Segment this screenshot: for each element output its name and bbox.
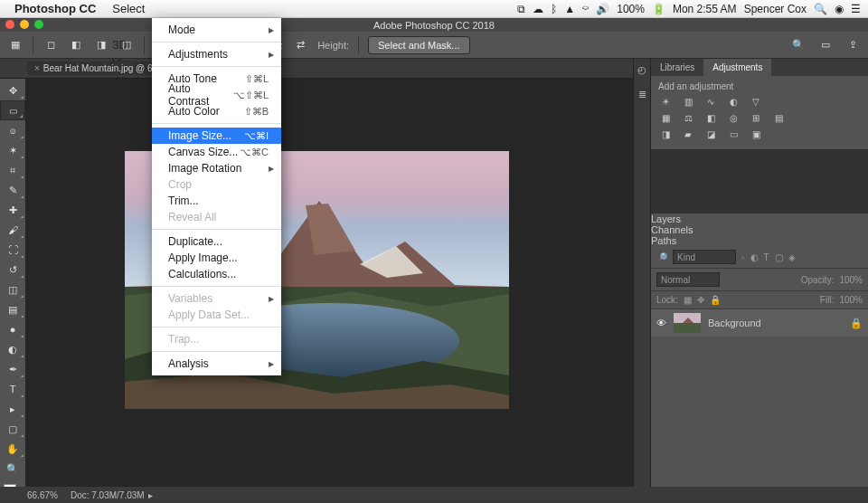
visibility-icon[interactable]: 👁 [656, 318, 666, 328]
levels-icon[interactable]: ▥ [681, 95, 695, 108]
gradient-tool[interactable]: ▤ [0, 299, 25, 319]
lock-icon[interactable]: 🔒 [850, 318, 863, 329]
clock[interactable]: Mon 2:55 AM [673, 3, 737, 15]
lock-pixels-icon[interactable]: ▦ [684, 295, 692, 305]
close-tab-icon[interactable]: × [34, 63, 40, 73]
crop-tool[interactable]: ⌗ [0, 160, 25, 180]
zoom-tool[interactable]: 🔍 [0, 459, 25, 479]
type-tool[interactable]: T [0, 379, 25, 399]
threshold-icon[interactable]: ◪ [703, 128, 718, 140]
kind-filter-icon[interactable]: 🔎 [656, 252, 667, 262]
menuitem-adjustments[interactable]: Adjustments [152, 46, 281, 62]
hue-icon[interactable]: ▦ [658, 111, 673, 124]
menuitem-mode[interactable]: Mode [152, 22, 281, 38]
menuitem-image-size[interactable]: Image Size...⌥⌘I [152, 128, 281, 144]
bluetooth-icon[interactable]: ᛒ [551, 3, 557, 15]
channels-tab[interactable]: Channels [651, 224, 868, 235]
photofilter-icon[interactable]: ◎ [726, 111, 741, 124]
minimize-window-button[interactable] [20, 20, 29, 29]
menuitem-auto-color[interactable]: Auto Color⇧⌘B [152, 103, 281, 119]
canvas-area[interactable] [25, 79, 642, 487]
layer-name[interactable]: Background [708, 318, 761, 328]
libraries-tab[interactable]: Libraries [651, 59, 703, 76]
battery-text[interactable]: 100% [617, 3, 645, 15]
close-window-button[interactable] [5, 20, 14, 29]
invert-icon[interactable]: ◨ [658, 128, 673, 140]
marquee-tool[interactable]: ▭ [0, 100, 25, 120]
filter-type-icon[interactable]: T [764, 252, 769, 262]
pen-tool[interactable]: ✒ [0, 359, 25, 379]
zoom-readout[interactable]: 66.67% [27, 490, 58, 500]
curves-icon[interactable]: ∿ [703, 95, 718, 108]
zoom-window-button[interactable] [34, 20, 43, 29]
layer-row[interactable]: 👁 Background 🔒 [651, 309, 868, 337]
colorbalance-icon[interactable]: ⚖ [681, 111, 695, 124]
path-select-tool[interactable]: ▸ [0, 399, 25, 419]
app-name[interactable]: Photoshop CC [14, 2, 96, 15]
history-rail-icon[interactable]: ◴ [637, 64, 646, 76]
history-brush-tool[interactable]: ↺ [0, 260, 25, 280]
warning-icon[interactable]: ▲ [564, 3, 575, 15]
eraser-tool[interactable]: ◫ [0, 280, 25, 299]
eyedropper-tool[interactable]: ✎ [0, 180, 25, 200]
share-icon[interactable]: ⇪ [844, 37, 861, 53]
spotlight-icon[interactable]: 🔍 [814, 3, 827, 15]
notif-icon[interactable]: ☰ [851, 3, 861, 15]
adjustments-tab[interactable]: Adjustments [703, 59, 771, 76]
select-and-mask-button[interactable]: Select and Mask... [368, 36, 470, 54]
search-icon[interactable]: 🔍 [790, 37, 807, 53]
menuitem-auto-contrast[interactable]: Auto Contrast⌥⇧⌘L [152, 87, 281, 103]
filter-shape-icon[interactable]: ▢ [775, 252, 783, 262]
kind-filter[interactable] [673, 250, 736, 264]
dropbox-icon[interactable]: ⧉ [517, 3, 525, 15]
exposure-icon[interactable]: ◐ [726, 95, 741, 108]
selection-new-icon[interactable]: ◻ [42, 37, 59, 53]
menuitem-trim[interactable]: Trim... [152, 193, 281, 209]
selection-add-icon[interactable]: ◧ [68, 37, 84, 53]
ps-home-icon[interactable]: ▦ [7, 37, 24, 53]
doc-size-readout[interactable]: Doc: 7.03M/7.03M [71, 490, 153, 500]
opacity-value[interactable]: 100% [839, 275, 863, 285]
workspace-icon[interactable]: ▭ [817, 37, 834, 53]
menu-select[interactable]: Select [105, 0, 161, 18]
menuitem-canvas-size[interactable]: Canvas Size...⌥⌘C [152, 144, 281, 160]
shape-tool[interactable]: ▢ [0, 419, 25, 439]
fill-value[interactable]: 100% [839, 295, 863, 305]
menuitem-calculations[interactable]: Calculations... [152, 266, 281, 282]
lock-all-icon[interactable]: 🔒 [710, 295, 721, 305]
dodge-tool[interactable]: ◐ [0, 339, 25, 359]
stamp-tool[interactable]: ⛶ [0, 240, 25, 260]
menuitem-image-rotation[interactable]: Image Rotation [152, 160, 281, 176]
vibrance-icon[interactable]: ▽ [749, 95, 763, 108]
wifi-icon[interactable]: ⌔ [582, 3, 589, 15]
battery-icon[interactable]: 🔋 [652, 3, 665, 15]
selection-intersect-icon[interactable]: ◫ [118, 37, 135, 53]
volume-icon[interactable]: 🔊 [596, 3, 609, 15]
filter-pixel-icon[interactable]: ▫ [741, 252, 745, 262]
properties-rail-icon[interactable]: ≣ [638, 89, 646, 100]
menuitem-analysis[interactable]: Analysis [152, 356, 281, 372]
healing-tool[interactable]: ✚ [0, 200, 25, 220]
selection-subtract-icon[interactable]: ◨ [93, 37, 109, 53]
colorlookup-icon[interactable]: ▤ [771, 111, 786, 124]
gradmap-icon[interactable]: ▭ [726, 128, 741, 140]
brightness-icon[interactable]: ☀ [658, 95, 673, 108]
channelmix-icon[interactable]: ⊞ [749, 111, 763, 124]
paths-tab[interactable]: Paths [651, 235, 868, 246]
blur-tool[interactable]: ● [0, 319, 25, 339]
selective-icon[interactable]: ▣ [749, 128, 763, 140]
posterize-icon[interactable]: ▰ [681, 128, 695, 140]
quick-select-tool[interactable]: ✶ [0, 140, 25, 160]
cloud-icon[interactable]: ☁ [533, 3, 543, 15]
filter-smart-icon[interactable]: ◈ [788, 252, 796, 262]
move-tool[interactable]: ✥ [0, 81, 25, 100]
user-name[interactable]: Spencer Cox [744, 3, 807, 15]
brush-tool[interactable]: 🖌 [0, 220, 25, 240]
lock-position-icon[interactable]: ✥ [697, 295, 704, 305]
lasso-tool[interactable]: ⌾ [0, 120, 25, 140]
menuitem-apply-image[interactable]: Apply Image... [152, 250, 281, 266]
layers-tab[interactable]: Layers [651, 214, 868, 224]
blend-mode[interactable] [656, 272, 720, 287]
filter-adjust-icon[interactable]: ◐ [750, 252, 759, 262]
bw-icon[interactable]: ◧ [703, 111, 718, 124]
